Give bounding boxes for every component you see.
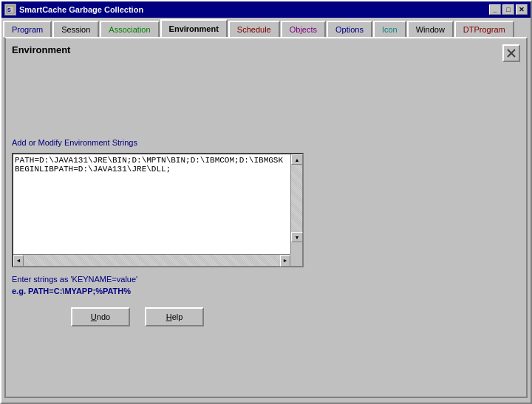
svg-text:S: S [7, 7, 11, 13]
minimize-button[interactable]: _ [489, 4, 501, 15]
tab-options[interactable]: Options [327, 21, 372, 37]
arrow-down-icon [295, 234, 300, 241]
window-title: SmartCache Garbage Collection [19, 5, 143, 14]
buttons-row: Undo Help [71, 307, 520, 326]
env-textarea[interactable]: PATH=D:\JAVA131\JRE\BIN;D:\MPTN\BIN;D:\I… [13, 154, 289, 253]
tab-session[interactable]: Session [52, 21, 99, 37]
scrollbar-horizontal[interactable] [13, 254, 290, 266]
env-textarea-container: PATH=D:\JAVA131\JRE\BIN;D:\MPTN\BIN;D:\I… [12, 153, 304, 267]
help-button[interactable]: Help [145, 307, 204, 326]
arrow-left-icon [16, 257, 21, 264]
window-icon: S [4, 4, 16, 16]
arrow-right-icon [283, 257, 288, 264]
panel-title: Environment [12, 44, 70, 55]
hint-text-2: e.g. PATH=C:\MYAPP;%PATH% [12, 287, 520, 295]
scrollbar-vertical[interactable] [290, 154, 302, 254]
help-context-button[interactable] [502, 44, 520, 62]
scrollbar-corner [290, 254, 302, 266]
tab-environment[interactable]: Environment [160, 19, 228, 37]
title-bar: S SmartCache Garbage Collection _ □ ✕ [1, 1, 531, 18]
close-button[interactable]: ✕ [516, 4, 528, 15]
maximize-button[interactable]: □ [502, 4, 514, 15]
section-label: Add or Modify Environment Strings [12, 138, 520, 147]
tab-schedule[interactable]: Schedule [228, 21, 280, 37]
tab-window[interactable]: Window [407, 21, 454, 37]
scroll-track-h[interactable] [24, 255, 280, 266]
scroll-right-button[interactable] [280, 255, 290, 267]
scroll-left-button[interactable] [13, 255, 24, 267]
scroll-up-button[interactable] [291, 154, 303, 165]
tab-icon[interactable]: Icon [373, 21, 406, 37]
title-bar-buttons: _ □ ✕ [489, 4, 528, 15]
tab-objects[interactable]: Objects [281, 21, 326, 37]
scroll-down-button[interactable] [291, 232, 303, 242]
tabs-bar: Program Session Association Environment … [1, 18, 531, 37]
arrow-up-icon [295, 157, 300, 163]
main-window: S SmartCache Garbage Collection _ □ ✕ Pr… [0, 0, 532, 404]
hint-text-1: Enter strings as 'KEYNAME=value' [12, 275, 520, 284]
tab-program[interactable]: Program [3, 21, 52, 37]
undo-button[interactable]: Undo [71, 307, 130, 326]
tab-association[interactable]: Association [100, 21, 159, 37]
title-bar-left: S SmartCache Garbage Collection [4, 4, 143, 16]
scroll-track-v[interactable] [291, 165, 302, 242]
tab-dtprogram[interactable]: DTProgram [454, 21, 514, 37]
content-area: Environment Add or Modify Environment St… [4, 37, 528, 398]
